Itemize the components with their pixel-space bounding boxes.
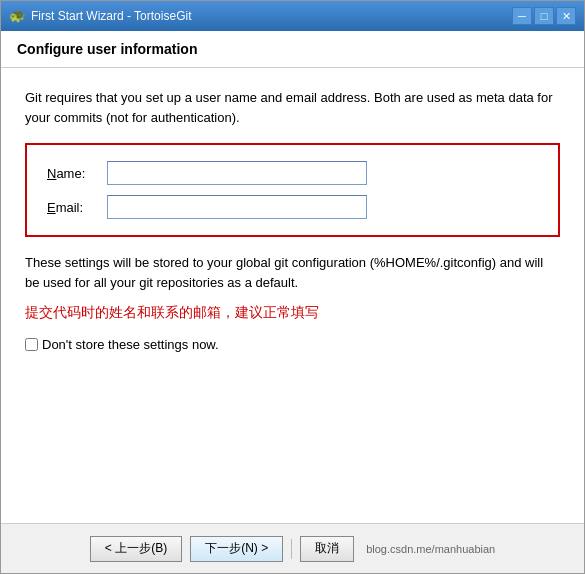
email-label: Email:	[47, 200, 107, 215]
email-input[interactable]	[107, 195, 367, 219]
watermark-area: blog.csdn.me/manhuabian	[366, 543, 495, 555]
title-bar: 🐢 First Start Wizard - TortoiseGit ─ □ ✕	[1, 1, 584, 31]
cancel-button[interactable]: 取消	[300, 536, 354, 562]
dont-store-checkbox[interactable]	[25, 338, 38, 351]
email-row: Email:	[47, 195, 538, 219]
page-header: Configure user information	[1, 31, 584, 68]
settings-note: These settings will be stored to your gl…	[25, 253, 560, 292]
maximize-button[interactable]: □	[534, 7, 554, 25]
dont-store-label: Don't store these settings now.	[42, 337, 219, 352]
annotation-text: 提交代码时的姓名和联系的邮箱，建议正常填写	[25, 302, 560, 323]
checkbox-row: Don't store these settings now.	[25, 337, 560, 352]
name-row: Name:	[47, 161, 538, 185]
close-button[interactable]: ✕	[556, 7, 576, 25]
app-icon: 🐢	[9, 8, 25, 24]
description-text: Git requires that you set up a user name…	[25, 88, 560, 127]
page-title: Configure user information	[17, 41, 568, 57]
back-button[interactable]: < 上一步(B)	[90, 536, 182, 562]
name-input[interactable]	[107, 161, 367, 185]
watermark-text: blog.csdn.me/manhuabian	[366, 543, 495, 555]
footer: < 上一步(B) 下一步(N) > 取消 blog.csdn.me/manhua…	[1, 523, 584, 573]
footer-separator	[291, 539, 292, 559]
form-container: Name: Email:	[25, 143, 560, 237]
minimize-button[interactable]: ─	[512, 7, 532, 25]
window-title: First Start Wizard - TortoiseGit	[31, 9, 191, 23]
next-button[interactable]: 下一步(N) >	[190, 536, 283, 562]
title-buttons: ─ □ ✕	[512, 7, 576, 25]
content-area: Git requires that you set up a user name…	[1, 68, 584, 523]
name-label: Name:	[47, 166, 107, 181]
main-window: 🐢 First Start Wizard - TortoiseGit ─ □ ✕…	[0, 0, 585, 574]
title-bar-left: 🐢 First Start Wizard - TortoiseGit	[9, 8, 191, 24]
